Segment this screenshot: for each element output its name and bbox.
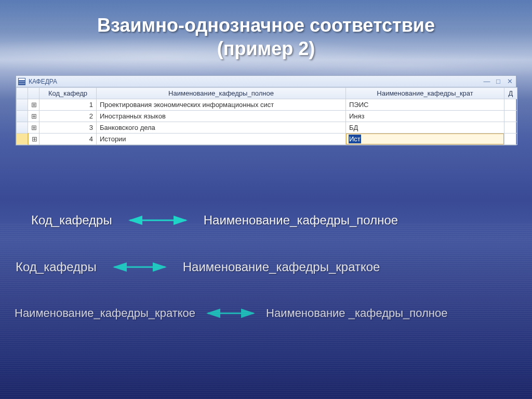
cell-full[interactable]: Проектирования экономических информацион… xyxy=(97,99,346,111)
cell-last[interactable] xyxy=(504,134,517,145)
row-selector[interactable] xyxy=(17,122,28,134)
cell-code[interactable]: 2 xyxy=(39,111,97,122)
db-table-window: КАФЕДРА — □ ✕ Код_кафедр Наименование_ка… xyxy=(16,75,516,145)
col-header-full[interactable]: Наименование_кафедры_полное xyxy=(97,88,346,99)
expand-toggle[interactable]: ⊞ xyxy=(28,122,39,134)
expand-toggle[interactable]: ⊞ xyxy=(28,99,39,111)
double-arrow-icon xyxy=(111,262,168,272)
double-arrow-icon xyxy=(205,308,257,318)
row-selector-header[interactable] xyxy=(17,88,28,99)
cell-code[interactable]: 4 xyxy=(39,134,97,145)
expand-header[interactable] xyxy=(28,88,39,99)
col-header-short[interactable]: Наименование_кафедры_крат xyxy=(346,88,504,99)
editing-value[interactable]: Ист xyxy=(349,135,361,143)
row-selector[interactable] xyxy=(17,111,28,122)
header-row[interactable]: Код_кафедр Наименование_кафедры_полное Н… xyxy=(17,88,517,99)
relation-2-left: Код_кафедры xyxy=(16,260,97,274)
cell-short[interactable]: БД xyxy=(346,122,504,134)
relation-3: Наименование_кафедры_краткое Наименовани… xyxy=(0,307,532,320)
window-buttons: — □ ✕ xyxy=(483,77,514,85)
slide-title: Взаимно-однозначное соответствие (пример… xyxy=(0,14,532,60)
relation-2: Код_кафедры Наименование_кафедры_краткое xyxy=(0,260,532,274)
expand-toggle[interactable]: ⊞ xyxy=(28,134,39,145)
col-header-last[interactable]: Д xyxy=(504,88,517,99)
cell-short[interactable]: ПЭИС xyxy=(346,99,504,111)
double-arrow-icon xyxy=(127,215,189,225)
cell-short-editing[interactable]: Ист xyxy=(346,134,504,145)
relation-1-right: Наименование_кафедры_полное xyxy=(204,213,398,228)
relation-1-left: Код_кафедры xyxy=(31,213,112,228)
title-line1: Взаимно-однозначное соответствие xyxy=(97,15,435,36)
cell-code[interactable]: 1 xyxy=(39,99,97,111)
relation-3-right: Наименование _кафедры_полное xyxy=(266,307,447,320)
col-header-code[interactable]: Код_кафедр xyxy=(39,88,97,99)
db-titlebar[interactable]: КАФЕДРА — □ ✕ xyxy=(16,76,516,87)
cell-last[interactable] xyxy=(504,99,517,111)
close-button[interactable]: ✕ xyxy=(506,77,514,85)
data-grid[interactable]: Код_кафедр Наименование_кафедры_полное Н… xyxy=(16,87,517,145)
table-row[interactable]: ⊞ 2 Иностранных языков Иняз xyxy=(17,111,517,122)
relation-3-left: Наименование_кафедры_краткое xyxy=(15,307,195,320)
title-line2: (пример 2) xyxy=(217,38,315,59)
table-row[interactable]: ⊞ 1 Проектирования экономических информа… xyxy=(17,99,517,111)
cell-last[interactable] xyxy=(504,122,517,134)
relation-1: Код_кафедры Наименование_кафедры_полное xyxy=(0,213,532,228)
table-row[interactable]: ⊞ 4 Истории Ист xyxy=(17,134,517,145)
minimize-button[interactable]: — xyxy=(483,77,491,85)
table-row[interactable]: ⊞ 3 Банковского дела БД xyxy=(17,122,517,134)
cell-last[interactable] xyxy=(504,111,517,122)
expand-toggle[interactable]: ⊞ xyxy=(28,111,39,122)
row-selector[interactable] xyxy=(17,134,28,145)
cell-code[interactable]: 3 xyxy=(39,122,97,134)
cell-full[interactable]: Иностранных языков xyxy=(97,111,346,122)
table-icon xyxy=(18,78,25,85)
cell-short[interactable]: Иняз xyxy=(346,111,504,122)
cell-full[interactable]: Банковского дела xyxy=(97,122,346,134)
row-selector[interactable] xyxy=(17,99,28,111)
maximize-button[interactable]: □ xyxy=(494,77,502,85)
relation-2-right: Наименование_кафедры_краткое xyxy=(183,260,380,274)
cell-full[interactable]: Истории xyxy=(97,134,346,145)
db-table-name: КАФЕДРА xyxy=(29,78,57,85)
